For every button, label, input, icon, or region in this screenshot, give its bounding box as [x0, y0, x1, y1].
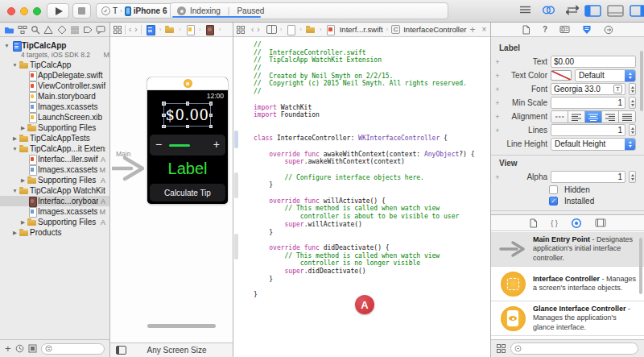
related-items-icon[interactable]: [237, 26, 245, 34]
inspector-scrollbar[interactable]: [640, 51, 643, 111]
close-window-button[interactable]: [7, 7, 15, 15]
main-entry-point-arrow[interactable]: Main: [112, 150, 149, 181]
font-picker-button[interactable]: T: [613, 85, 622, 93]
add-variation-icon[interactable]: +: [494, 99, 501, 107]
breadcrumb-scene-icon[interactable]: [204, 25, 216, 35]
add-variation-icon[interactable]: +: [494, 72, 501, 80]
tree-item[interactable]: AppDelegate.swift: [0, 70, 109, 81]
assistant-editor-button[interactable]: [542, 5, 555, 15]
disclosure-right-icon[interactable]: ▶: [11, 135, 19, 142]
object-library-tab[interactable]: [571, 218, 582, 229]
disclosure-down-icon[interactable]: ▼: [3, 43, 10, 48]
lines-stepper[interactable]: [629, 124, 636, 136]
tree-item[interactable]: ▶Supporting FilesA: [0, 217, 109, 227]
align-justified-segment[interactable]: [619, 111, 635, 122]
breakpoint-navigator-tab[interactable]: [83, 25, 93, 35]
add-variation-icon[interactable]: +: [494, 113, 501, 121]
add-variation-icon[interactable]: +: [494, 85, 501, 93]
report-navigator-tab[interactable]: [96, 25, 105, 35]
tree-item[interactable]: Images.xcassets: [0, 102, 109, 112]
forward-button[interactable]: ›: [257, 26, 259, 34]
quick-help-inspector-tab[interactable]: ?: [543, 25, 547, 34]
interface-controller-badge-icon[interactable]: [184, 79, 192, 88]
minimize-window-button[interactable]: [20, 7, 28, 15]
tree-item[interactable]: ViewController.swift: [0, 81, 109, 91]
resize-handle[interactable]: [186, 125, 190, 129]
scheme-selector[interactable]: ✓ T › iPhone 6: [96, 3, 180, 19]
screen-size-label[interactable]: Any Screen Size: [126, 346, 227, 355]
resize-handle[interactable]: [186, 102, 190, 106]
selected-amount-label[interactable]: $0.00: [163, 103, 211, 127]
toggle-inspector-button[interactable]: [630, 5, 644, 17]
add-variation-icon[interactable]: +: [494, 173, 501, 181]
watch-slider[interactable]: − +: [150, 135, 225, 156]
breadcrumb-file-icon[interactable]: [285, 25, 296, 35]
align-left-segment[interactable]: [568, 111, 585, 122]
tree-item[interactable]: Main.storyboard: [0, 91, 109, 102]
tree-item[interactable]: ▼TipCalcApp: [0, 60, 109, 70]
debug-navigator-tab[interactable]: [70, 25, 80, 35]
issue-navigator-tab[interactable]: [43, 25, 53, 35]
breadcrumb-group-icon[interactable]: [305, 25, 316, 35]
add-variation-icon[interactable]: +: [494, 58, 501, 66]
library-search-field[interactable]: [510, 342, 638, 355]
tree-item[interactable]: ▶Supporting FilesA: [0, 175, 109, 185]
disclosure-down-icon[interactable]: ▼: [11, 146, 19, 152]
identity-inspector-tab[interactable]: [559, 25, 570, 34]
disclosure-right-icon[interactable]: ▶: [19, 125, 27, 131]
tree-item[interactable]: Images.xcassetsM: [0, 206, 109, 217]
disclosure-down-icon[interactable]: ▼: [11, 62, 19, 68]
connections-inspector-tab[interactable]: [604, 25, 613, 35]
interface-controller-scene[interactable]: 12:00 $0.00 −: [147, 77, 228, 204]
disclosure-right-icon[interactable]: ▶: [19, 219, 27, 226]
toggle-debug-area-button[interactable]: [607, 5, 624, 17]
disclosure-down-icon[interactable]: ▼: [11, 188, 19, 193]
breadcrumb-group-icon[interactable]: [164, 25, 175, 35]
screen-size-toggle-icon[interactable]: [116, 346, 126, 355]
assistant-mode-icon[interactable]: [266, 25, 277, 34]
add-button[interactable]: +: [5, 343, 11, 354]
run-button[interactable]: [47, 3, 69, 19]
resize-handle[interactable]: [162, 102, 166, 106]
version-editor-button[interactable]: [566, 5, 579, 15]
align-center-segment[interactable]: [585, 111, 602, 122]
resize-handle[interactable]: [209, 102, 213, 106]
tree-item[interactable]: ▼TipCalcApp...it Extension: [0, 143, 109, 154]
jump-bar-symbol-name[interactable]: InterfaceController: [403, 25, 466, 34]
tree-item[interactable]: LaunchScreen.xib: [0, 112, 109, 122]
library-item-main-entry-point[interactable]: Main Entry Point - Designates applicatio…: [491, 232, 644, 267]
slider-plus[interactable]: +: [213, 138, 220, 151]
jump-bar-file-name[interactable]: Interf...r.swift: [340, 25, 383, 34]
recent-files-icon[interactable]: [15, 344, 24, 353]
library-scrollbar[interactable]: [639, 238, 642, 294]
disclosure-right-icon[interactable]: ▶: [11, 230, 19, 236]
font-stepper[interactable]: [629, 83, 636, 95]
breadcrumb-swift-file-icon[interactable]: [325, 25, 336, 35]
installed-checkbox[interactable]: [549, 197, 558, 205]
align-natural-segment[interactable]: [551, 111, 568, 122]
attributes-inspector-tab[interactable]: [582, 25, 592, 35]
color-well[interactable]: [551, 70, 572, 81]
stop-button[interactable]: [72, 3, 91, 19]
alpha-field[interactable]: 1: [551, 171, 625, 183]
code-snippet-library-tab[interactable]: { }: [551, 219, 558, 227]
resize-handle[interactable]: [162, 114, 166, 118]
tree-item[interactable]: ▶Products: [0, 227, 109, 238]
add-variation-icon[interactable]: +: [494, 127, 501, 135]
grid-view-icon[interactable]: [497, 344, 506, 353]
project-navigator-tab[interactable]: [4, 25, 14, 35]
close-assistant-editor-button[interactable]: ×: [481, 25, 486, 34]
related-items-icon[interactable]: [114, 26, 122, 34]
add-assistant-editor-button[interactable]: +: [469, 24, 475, 35]
resize-handle[interactable]: [162, 125, 166, 129]
disclosure-right-icon[interactable]: ▶: [19, 177, 27, 184]
standard-editor-button[interactable]: [519, 5, 531, 15]
forward-button[interactable]: ›: [134, 26, 137, 34]
min-scale-field[interactable]: 1: [551, 97, 625, 109]
tree-item[interactable]: ▶Supporting Files: [0, 122, 109, 133]
min-scale-stepper[interactable]: [629, 97, 636, 109]
file-template-library-tab[interactable]: [529, 218, 538, 228]
source-control-status-icon[interactable]: [28, 344, 37, 353]
search-navigator-tab[interactable]: [31, 25, 40, 35]
back-button[interactable]: ‹: [251, 26, 254, 34]
